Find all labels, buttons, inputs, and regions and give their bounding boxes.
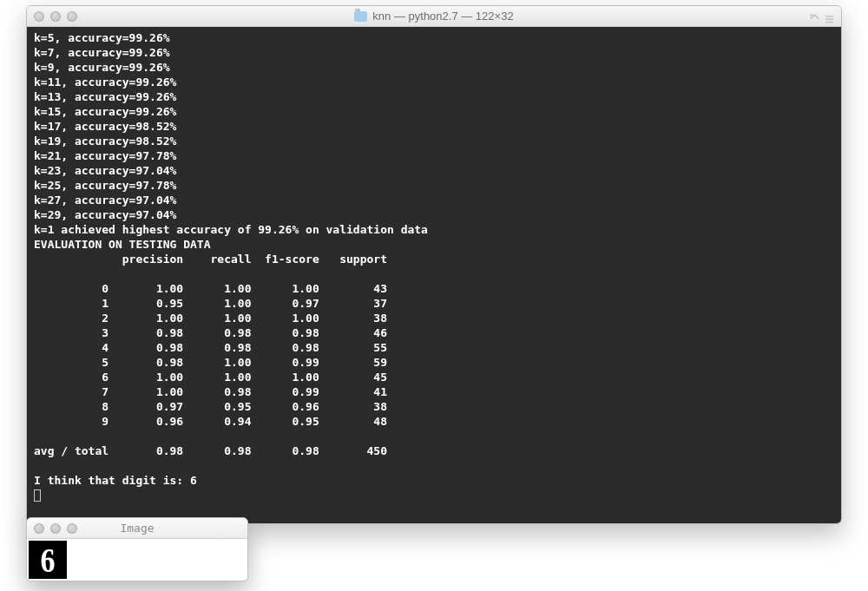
titlebar-right-controls [810,11,834,21]
terminal-line: k=13, accuracy=99.26% [34,89,834,104]
digit-glyph: 6 [41,543,56,578]
blank-line [34,429,834,443]
terminal-line: k=15, accuracy=99.26% [34,104,834,119]
table-row: 2 1.00 1.00 1.00 38 [34,311,834,325]
window-controls [34,11,77,22]
prediction-line: I think that digit is: 6 [34,473,834,488]
table-row: 8 0.97 0.95 0.96 38 [34,399,834,414]
table-row: 6 1.00 1.00 1.00 45 [34,370,834,384]
digit-preview: 6 [29,541,67,579]
close-icon[interactable] [34,11,44,22]
close-icon[interactable] [34,523,44,534]
terminal-line: k=21, accuracy=97.78% [34,148,834,163]
terminal-line: k=23, accuracy=97.04% [34,163,834,178]
image-body: 6 [27,539,247,581]
svg-rect-1 [825,19,833,20]
zoom-icon[interactable] [67,523,77,534]
terminal-line: k=19, accuracy=98.52% [34,134,834,148]
terminal-line: k=9, accuracy=99.26% [34,60,834,75]
expand-icon[interactable] [810,11,819,21]
cursor-icon [34,489,41,502]
table-header: precision recall f1-score support [34,252,834,266]
terminal-line: EVALUATION ON TESTING DATA [34,237,834,252]
avg-row: avg / total 0.98 0.98 0.98 450 [34,443,834,458]
terminal-line: k=7, accuracy=99.26% [34,45,834,60]
terminal-line: k=17, accuracy=98.52% [34,119,834,134]
terminal-body[interactable]: k=5, accuracy=99.26%k=7, accuracy=99.26%… [27,27,841,523]
image-titlebar[interactable]: Image [27,518,247,539]
table-row: 1 0.95 1.00 0.97 37 [34,296,834,311]
menu-icon[interactable] [825,11,834,21]
zoom-icon[interactable] [67,11,77,22]
terminal-line: k=29, accuracy=97.04% [34,207,834,222]
table-row: 5 0.98 1.00 0.99 59 [34,355,834,370]
image-window: Image 6 [26,517,248,581]
window-title: knn — python2.7 — 122×32 [372,10,513,23]
table-row: 3 0.98 0.98 0.98 46 [34,325,834,340]
terminal-line: k=5, accuracy=99.26% [34,30,834,45]
table-row: 0 1.00 1.00 1.00 43 [34,281,834,296]
table-row: 9 0.96 0.94 0.95 48 [34,414,834,429]
cursor-line [34,488,834,502]
minimize-icon[interactable] [50,11,61,22]
table-row: 7 1.00 0.98 0.99 41 [34,384,834,399]
svg-rect-0 [825,16,833,16]
terminal-line: k=1 achieved highest accuracy of 99.26% … [34,222,834,237]
svg-rect-2 [825,22,833,23]
window-title-wrap: knn — python2.7 — 122×32 [27,10,841,23]
terminal-titlebar[interactable]: knn — python2.7 — 122×32 [27,6,841,27]
terminal-line: k=27, accuracy=97.04% [34,193,834,207]
terminal-line: k=11, accuracy=99.26% [34,75,834,89]
terminal-window: knn — python2.7 — 122×32 k=5, accuracy=9… [26,5,842,524]
folder-icon [354,11,367,22]
blank-line [34,458,834,473]
minimize-icon[interactable] [50,523,61,534]
table-row: 4 0.98 0.98 0.98 55 [34,340,834,355]
blank-line [34,266,834,281]
terminal-line: k=25, accuracy=97.78% [34,178,834,193]
window-controls [34,523,77,534]
